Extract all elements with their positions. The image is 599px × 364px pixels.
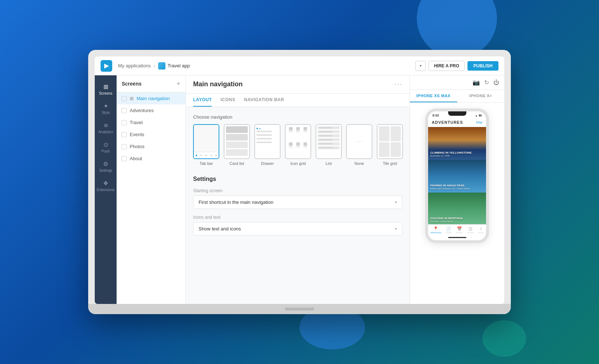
sidebar-item-style-label: Style [102,111,110,115]
sidebar-item-push[interactable]: ⊙ Push [95,138,117,157]
screen-item-events[interactable]: Events [117,128,185,141]
editor-more-button[interactable]: ··· [395,80,402,88]
preview-tabbar [194,125,219,158]
grid-cell-6 [302,142,308,156]
preview-cardlist [224,125,249,158]
screen-check [122,156,127,161]
header-dropdown[interactable]: ▾ [415,61,426,71]
sidebar-item-extensions[interactable]: ❖ Extensions [95,176,117,195]
publish-button[interactable]: PUBLISH [467,61,498,71]
preview-tab-dot-4 [211,155,212,156]
breadcrumb-home[interactable]: My applications [118,63,151,68]
nav-option-box-list [316,124,342,159]
phone-tab-adventures-label: Adventures [430,232,441,234]
sidebar-item-style[interactable]: ✦ Style [95,99,117,118]
screen-item-about[interactable]: About [117,153,185,165]
preview-panel: 📷 ↻ ⏻ IPHONE XS MAX IPHONE 8+ 6:02 ▲ [410,75,504,304]
nav-option-tab-bar[interactable]: Tab bar [193,124,219,166]
phone-app-title: ADVENTURES [432,120,463,124]
nav-option-list[interactable]: List [316,124,342,166]
grid-cell-3 [302,127,308,141]
tile-3 [379,142,389,157]
preview-tab-dot-2 [200,155,202,156]
phone-tab-photos-label: Photos [467,232,474,234]
logo-icon: ▶ [104,62,109,69]
tab-icons[interactable]: ICONS [220,94,235,107]
laptop-base [88,304,511,314]
screenshot-icon[interactable]: 📷 [473,79,480,86]
preview-none: ··· [347,125,372,158]
nav-option-label-none: None [355,161,364,166]
screens-icon: ⊞ [103,83,108,90]
nav-option-icon-grid[interactable]: Icon grid [285,124,311,166]
phone-status-icons: ▲ ▮▮ [475,114,482,117]
list-item-2 [318,130,340,133]
phone-tab-photos[interactable]: 🖼 Photos [467,227,474,234]
phone-card-2: FISHING IN HAKAI PASS Hakai Lake, Nanaim… [428,160,486,193]
phone-tab-about-icon: ℹ [480,226,482,231]
phone-home-bar [448,237,466,238]
refresh-icon[interactable]: ↻ [484,79,489,86]
icons-text-select[interactable]: Show text and icons ▾ [193,222,402,236]
tile-1 [379,126,389,141]
tab-layout[interactable]: LAYOUT [193,94,212,107]
phone-time: 6:02 [432,114,439,117]
laptop-frame: ▶ My applications › Travel app ▾ HIRE A … [88,50,511,314]
grid-cell-4 [288,142,294,156]
nav-option-drawer[interactable]: Drawer [254,124,281,166]
grid-cell-2 [295,127,301,141]
phone-tab-adventures[interactable]: 📍 Adventures [430,226,441,234]
screen-item-main-navigation[interactable]: ⊞ Main navigation [117,92,185,104]
hire-pro-button[interactable]: HIRE A PRO [428,61,465,71]
app-name: Travel app [168,63,190,68]
sidebar-item-settings-label: Settings [99,169,112,173]
screen-item-about-label: About [130,156,142,161]
sidebar-item-settings[interactable]: ⚙ Settings [95,157,117,176]
phone-app-map: Map [476,120,482,124]
screen-item-events-label: Events [130,132,144,137]
preview-tabbar-bottom [194,152,219,158]
screen-check [122,96,127,101]
sidebar-item-screens[interactable]: ⊞ Screens [95,80,117,99]
screen-item-travel[interactable]: Travel [117,116,185,128]
phone-tab-about[interactable]: ℹ About [478,226,484,234]
nav-option-label-tile-grid: Tile grid [383,161,397,166]
device-tab-iphone-8-plus[interactable]: IPHONE 8+ [457,90,505,102]
nav-option-label-card-list: Card list [230,161,244,166]
phone-card-1-text: CLIMBING IN YELLOWSTONE November 21, 194… [430,151,471,158]
preview-panel-toolbar: 📷 ↻ ⏻ [410,75,504,90]
nav-option-label-tab-bar: Tab bar [200,161,213,166]
app-icon-small [158,62,165,70]
add-screen-button[interactable]: + [176,80,180,87]
tab-navigation-bar[interactable]: NAVIGATION BAR [244,94,284,107]
breadcrumb: My applications › Travel app [118,62,415,70]
device-tab-iphone-xs-max[interactable]: IPHONE XS MAX [410,90,457,102]
phone-card-3-text: GOLFING IN MONTANA Montana, United State… [430,217,463,223]
screen-item-photos[interactable]: Photos [117,141,185,153]
preview-tab-dot-5 [215,155,217,156]
screens-panel-header: Screens + [117,75,185,92]
phone-tab-travel-icon: 📄 [446,226,451,231]
choose-nav-label: Choose navigation [193,114,402,120]
sidebar-item-analytics[interactable]: ≋ Analytics [95,118,117,138]
phone-tab-photos-icon: 🖼 [469,227,473,231]
list-item-6 [318,146,340,149]
phone-tab-events[interactable]: 📅 Events [456,226,463,234]
nav-option-tile-grid[interactable]: Tile grid [377,124,403,166]
starting-screen-label: Starting screen [193,188,402,193]
icons-text-value: Show text and icons [199,226,241,232]
list-item-5 [318,142,340,145]
screen-item-adventures[interactable]: Adventures [117,104,185,116]
phone-tab-travel[interactable]: 📄 Travel [446,226,451,234]
nav-option-label-icon-grid: Icon grid [290,161,306,166]
nav-option-card-list[interactable]: Card list [224,124,250,166]
list-item-1 [318,126,340,129]
grid-cell-1 [288,127,294,141]
phone-card-1: CLIMBING IN YELLOWSTONE November 21, 194… [428,127,486,160]
starting-screen-select[interactable]: First shortcut in the main navigation ▾ [193,195,402,209]
nav-option-none[interactable]: ··· None [346,124,372,166]
power-icon[interactable]: ⏻ [493,79,499,86]
phone-card-3: GOLFING IN MONTANA Montana, United State… [428,193,486,224]
select-arrow-icon-2: ▾ [395,227,397,231]
style-icon: ✦ [103,103,108,110]
